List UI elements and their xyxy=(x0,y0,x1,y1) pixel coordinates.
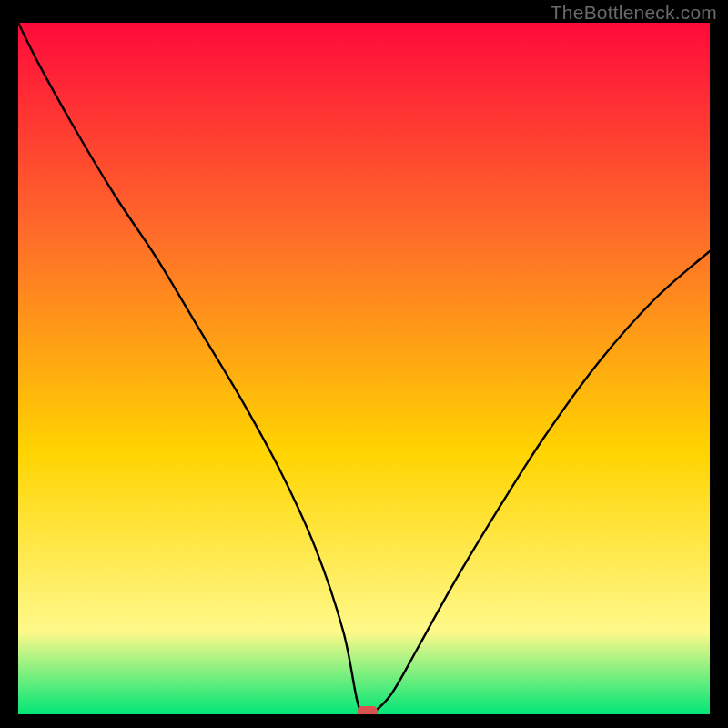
bottleneck-chart-svg xyxy=(18,23,710,714)
watermark-text: TheBottleneck.com xyxy=(551,2,717,24)
bottleneck-marker xyxy=(358,706,378,714)
gradient-background xyxy=(18,23,710,714)
chart-frame xyxy=(18,23,710,714)
